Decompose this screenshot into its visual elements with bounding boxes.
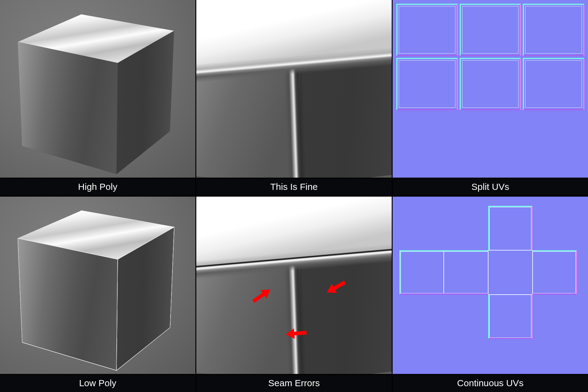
- caption-split-uvs: Split UVs: [393, 179, 588, 196]
- uv-island: [396, 4, 458, 56]
- panel-low-poly: [0, 197, 195, 374]
- panel-seam-errors: [196, 197, 392, 374]
- uv-islands-grid: [396, 4, 584, 110]
- panel-high-poly: [0, 0, 195, 178]
- caption-continuous-uvs: Continuous UVs: [393, 375, 588, 392]
- uv-face: [399, 250, 444, 295]
- uv-face: [444, 250, 488, 295]
- caption-low-poly: Low Poly: [0, 375, 195, 392]
- caption-high-poly: High Poly: [0, 179, 195, 196]
- uv-cross-unwrap: [399, 206, 577, 339]
- arrow-icon: [285, 327, 307, 340]
- uv-island: [523, 4, 584, 56]
- comparison-grid: High Poly This Is Fine Split UVs: [0, 0, 588, 392]
- panel-continuous-uvs: [393, 197, 588, 374]
- uv-island: [523, 58, 584, 110]
- caption-this-is-fine: This Is Fine: [196, 179, 392, 196]
- cube-render-wireframe: [12, 210, 183, 360]
- uv-face: [488, 295, 533, 339]
- uv-face: [533, 250, 577, 295]
- cube-render: [12, 14, 183, 164]
- panel-this-is-fine: [196, 0, 392, 178]
- caption-seam-errors: Seam Errors: [196, 375, 392, 392]
- uv-island: [396, 58, 458, 110]
- uv-island: [460, 58, 521, 110]
- uv-face: [488, 250, 533, 295]
- panel-split-uvs: [393, 0, 588, 178]
- uv-island: [460, 4, 521, 56]
- uv-face: [488, 206, 533, 250]
